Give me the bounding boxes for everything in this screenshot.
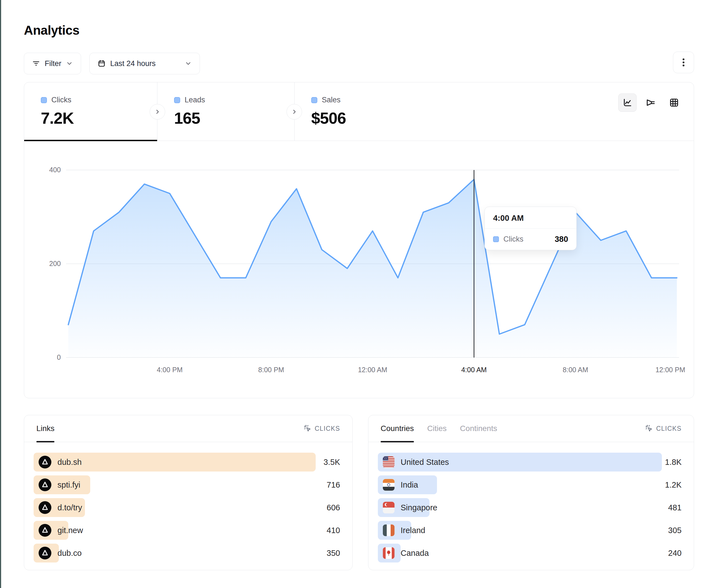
row-label: git.new <box>58 526 83 535</box>
link-favicon <box>39 456 51 469</box>
link-row[interactable]: d.to/try606 <box>34 498 340 517</box>
link-row[interactable]: spti.fyi716 <box>34 475 340 494</box>
links-panel: Links CLICKS dub.sh3.5Kspti.fyi716d.to/t… <box>24 415 352 570</box>
y-axis-tick: 0 <box>35 353 61 361</box>
link-row[interactable]: git.new410 <box>34 521 340 540</box>
tab-label: Continents <box>460 424 497 433</box>
country-row[interactable]: India1.2K <box>378 475 682 494</box>
row-value: 240 <box>668 549 682 558</box>
tab-label: Countries <box>381 424 414 433</box>
links-sort-by-clicks[interactable]: CLICKS <box>303 424 340 433</box>
row-label: dub.sh <box>58 458 82 467</box>
chevron-right-icon <box>154 109 161 115</box>
tooltip-value: 380 <box>555 235 568 244</box>
in-flag-icon <box>383 479 394 491</box>
line-chart-view-button[interactable] <box>618 93 637 112</box>
tab-cities[interactable]: Cities <box>427 415 447 442</box>
row-label: Ireland <box>401 526 425 535</box>
country-row[interactable]: Singapore481 <box>378 498 682 517</box>
tooltip-time: 4:00 AM <box>485 207 576 229</box>
row-label: spti.fyi <box>58 480 80 490</box>
tooltip-series-label: Clicks <box>503 235 523 244</box>
link-favicon <box>39 478 51 491</box>
link-favicon <box>39 501 51 514</box>
ie-flag-icon <box>383 524 394 536</box>
sg-flag-icon <box>383 502 394 513</box>
funnel-chart-icon <box>646 98 656 108</box>
leads-legend-swatch <box>174 97 180 103</box>
row-label: Singapore <box>401 503 437 512</box>
chevron-down-icon <box>66 60 73 67</box>
row-value: 716 <box>327 480 340 490</box>
row-label: India <box>401 480 418 490</box>
x-axis-tick: 8:00 PM <box>258 366 284 374</box>
x-axis-tick: 4:00 AM <box>461 366 487 374</box>
cursor-click-icon <box>303 424 312 433</box>
x-axis-tick: 12:00 PM <box>655 366 685 374</box>
countries-panel: Countries Cities Continents CLICKS Unite… <box>368 415 694 570</box>
kebab-menu-icon <box>680 58 688 67</box>
y-axis-tick: 200 <box>35 259 61 268</box>
row-value: 481 <box>668 503 682 512</box>
metric-value: 7.2K <box>41 109 157 127</box>
page-title: Analytics <box>24 23 80 38</box>
more-options-button[interactable] <box>673 51 694 73</box>
metric-label: Leads <box>185 96 205 104</box>
chart-tooltip: 4:00 AM Clicks 380 <box>484 207 577 250</box>
tab-continents[interactable]: Continents <box>460 415 497 442</box>
row-label: Canada <box>401 549 429 558</box>
tab-label: Links <box>36 424 55 433</box>
link-favicon <box>39 524 51 537</box>
row-label: United States <box>401 458 449 467</box>
clicks-time-series-chart[interactable]: 4:00 AM Clicks 380 <box>66 164 679 359</box>
date-range-button[interactable]: Last 24 hours <box>89 53 200 74</box>
tooltip-series-swatch <box>493 236 499 242</box>
cursor-click-icon <box>645 424 653 433</box>
country-row[interactable]: Canada240 <box>378 544 682 563</box>
row-value: 410 <box>327 526 340 535</box>
sort-label: CLICKS <box>656 425 682 432</box>
chevron-down-icon <box>185 60 192 67</box>
row-value: 1.2K <box>665 480 682 490</box>
funnel-view-button[interactable] <box>642 93 660 112</box>
row-value: 606 <box>327 503 340 512</box>
metric-label: Clicks <box>51 96 71 104</box>
row-value: 350 <box>327 549 340 558</box>
analytics-card: Clicks 7.2K Leads 165 Sales $506 <box>24 82 694 398</box>
link-row[interactable]: dub.sh3.5K <box>34 453 340 472</box>
x-axis-tick: 8:00 AM <box>563 366 588 374</box>
metric-value: 165 <box>174 109 294 127</box>
ca-flag-icon <box>383 547 394 559</box>
page-left-edge <box>0 0 1 588</box>
calendar-icon <box>98 59 106 68</box>
x-axis-tick: 4:00 PM <box>157 366 183 374</box>
tab-label: Cities <box>427 424 447 433</box>
row-value: 3.5K <box>323 458 340 467</box>
row-label: dub.co <box>58 549 82 558</box>
filter-button-label: Filter <box>45 59 61 68</box>
tab-leads[interactable]: Leads 165 <box>157 82 294 141</box>
clicks-legend-swatch <box>41 97 47 103</box>
table-view-button[interactable] <box>665 93 683 112</box>
grid-table-icon <box>669 98 679 108</box>
filter-button[interactable]: Filter <box>24 53 81 74</box>
country-row[interactable]: United States1.8K <box>378 453 682 472</box>
chart-type-switcher <box>618 93 683 112</box>
metric-tabs: Clicks 7.2K Leads 165 Sales $506 <box>24 82 694 141</box>
countries-sort-by-clicks[interactable]: CLICKS <box>645 424 682 433</box>
tab-countries[interactable]: Countries <box>381 415 414 442</box>
row-value: 305 <box>668 526 682 535</box>
date-range-label: Last 24 hours <box>110 59 156 68</box>
y-axis-tick: 400 <box>35 166 61 174</box>
filter-icon <box>32 59 40 68</box>
line-chart-icon <box>622 98 632 108</box>
expand-sales-button[interactable] <box>286 104 302 119</box>
expand-leads-button[interactable] <box>150 104 165 119</box>
sort-label: CLICKS <box>315 425 340 432</box>
tab-clicks[interactable]: Clicks 7.2K <box>24 82 157 141</box>
sales-legend-swatch <box>311 97 317 103</box>
tab-links[interactable]: Links <box>36 415 55 442</box>
link-row[interactable]: dub.co350 <box>34 544 340 563</box>
country-row[interactable]: Ireland305 <box>378 521 682 540</box>
x-axis-tick: 12:00 AM <box>358 366 387 374</box>
